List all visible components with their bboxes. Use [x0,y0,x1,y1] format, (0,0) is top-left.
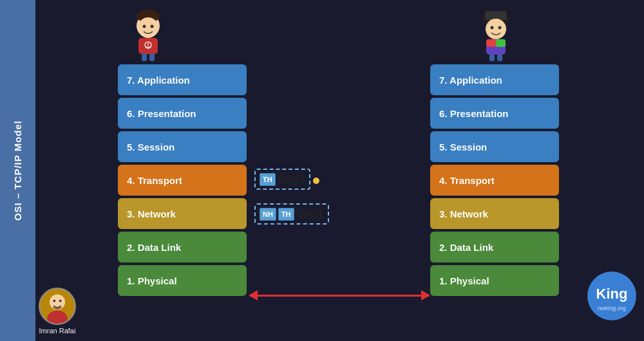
avatar-area: Imran Rafai [39,288,76,335]
svg-point-29 [59,300,62,302]
right-layer-6: 6. Presentation [430,98,559,129]
svg-point-15 [491,26,494,30]
right-character [473,10,518,61]
right-layer-1: 1. Physical [430,265,559,296]
left-layer-3: 3. Network [118,198,247,229]
svg-point-14 [486,19,506,39]
osi-label-text: OSI – TCP/IP Model [12,120,23,221]
svg-text:nwking.org: nwking.org [598,305,626,311]
svg-rect-11 [149,53,155,61]
seg1-box: NH TH Seg1 [254,203,329,225]
seg2-packet: TH Seg2 [254,169,310,190]
avatar [39,288,76,325]
svg-point-3 [143,25,146,28]
left-layer-1: 1. Physical [118,265,247,296]
nh-tag-seg1: NH [260,208,276,221]
right-layer-stack: 7. Application 6. Presentation 5. Sessio… [430,64,559,296]
svg-rect-13 [485,11,507,20]
svg-point-16 [498,26,502,30]
seg1-label: Seg1 [296,207,324,221]
svg-point-2 [138,17,158,38]
svg-text:King: King [596,286,628,302]
th-tag-seg2: TH [260,173,276,186]
left-layer-2: 2. Data Link [118,232,247,263]
svg-rect-18 [486,39,496,47]
left-character [126,10,171,61]
svg-rect-19 [496,39,506,47]
left-layer-5: 5. Session [118,131,247,162]
left-layer-6: 6. Presentation [118,98,247,129]
th-tag-seg1: TH [278,208,294,221]
seg2-label: Seg2 [278,172,305,186]
right-layer-4: 4. Transport [430,165,559,196]
right-layer-5: 5. Session [430,131,559,162]
left-layer-4: 4. Transport [118,165,247,196]
svg-point-28 [53,300,55,302]
right-layer-7: 7. Application [430,64,559,95]
king-logo: King nwking.org [586,270,638,322]
avatar-name: Imran Rafai [39,327,76,335]
svg-rect-21 [497,54,502,61]
yellow-dot [313,178,319,184]
svg-point-4 [151,25,154,28]
seg1-packet: NH TH Seg1 [254,203,329,225]
seg2-box: TH Seg2 [254,169,310,190]
right-layer-3: 3. Network [430,198,559,229]
svg-rect-10 [142,53,147,61]
svg-rect-20 [489,54,495,61]
left-layer-7: 7. Application [118,64,247,95]
osi-sidebar: OSI – TCP/IP Model [0,0,35,341]
physical-connection-arrow [250,295,429,297]
right-layer-2: 2. Data Link [430,232,559,263]
left-layer-stack: 7. Application 6. Presentation 5. Sessio… [118,64,247,296]
